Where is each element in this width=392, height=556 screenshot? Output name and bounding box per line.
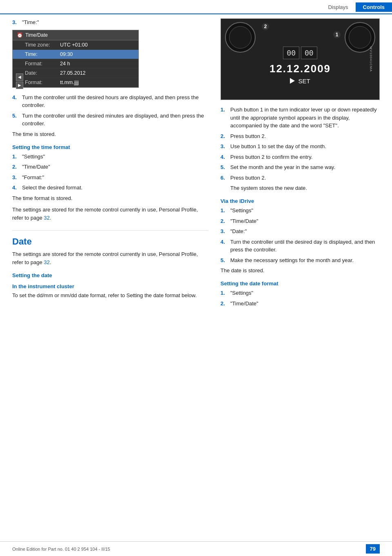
page-footer: Online Edition for Part no. 01 40 2 954 …	[0, 541, 392, 556]
df-step-2: 2. "Time/Date"	[220, 300, 380, 308]
main-content: 3. "Time:" ⏰ Time/Date ◀ ▶ Time zone: UT…	[0, 14, 392, 318]
system-stores-text: The system stores the new date.	[220, 184, 380, 192]
idrive-step-1-text: "Settings"	[230, 207, 380, 215]
menu-row-date: Date: 27.05.2012	[13, 69, 138, 78]
r-step-6-text: Press button 2.	[230, 174, 380, 182]
menu-title: ⏰ Time/Date	[13, 30, 138, 40]
r-step-6: 6. Press button 2.	[220, 174, 380, 182]
tf-step-3-text: "Format:"	[22, 173, 208, 182]
r-step-3: 3. Use button 1 to set the day of the mo…	[220, 142, 380, 151]
footer-text: Online Edition for Part no. 01 40 2 954 …	[12, 547, 110, 552]
tf-step-1-num: 1.	[12, 153, 20, 161]
menu-arrows: ◀ ▶	[16, 73, 23, 89]
tf-settings-link[interactable]: 32	[44, 215, 49, 221]
idrive-step-4-num: 4.	[220, 238, 228, 254]
idrive-step-5-text: Make the necessary settings for the mont…	[230, 256, 380, 265]
idrive-step-5: 5. Make the necessary settings for the m…	[220, 256, 380, 265]
header-tabs: Displays Controls	[321, 2, 392, 12]
idrive-step-2-text: "Time/Date"	[230, 217, 380, 225]
idrive-heading: Via the iDrive	[220, 198, 380, 204]
setting-date-heading: Setting the date	[12, 272, 208, 278]
format1-value: 24 h	[60, 61, 70, 67]
r-step-3-text: Use button 1 to set the day of the month…	[230, 142, 380, 151]
step-5: 5. Turn the controller until the desired…	[12, 112, 208, 128]
menu-row-timezone: Time zone: UTC +01:00	[13, 40, 138, 50]
tf-step-4: 4. Select the desired format.	[12, 184, 208, 192]
menu-row-format2: Format: tt.mm.jjjj	[13, 78, 138, 87]
button-2-indicator: 2	[262, 23, 269, 30]
step-4: 4. Turn the controller until the desired…	[12, 93, 208, 109]
step-5-text: Turn the controller until the desired mi…	[22, 112, 208, 128]
time-format-heading: Setting the time format	[12, 144, 208, 150]
r-step-2: 2. Press button 2.	[220, 132, 380, 140]
time-stored-text: The time is stored.	[12, 130, 208, 138]
tab-displays[interactable]: Displays	[321, 2, 355, 12]
step-3-time: 3. "Time:"	[12, 18, 208, 27]
tf-stored-text: The time format is stored.	[12, 194, 208, 202]
time-date-menu: ⏰ Time/Date ◀ ▶ Time zone: UTC +01:00 Ti…	[12, 30, 139, 88]
tab-controls[interactable]: Controls	[356, 2, 392, 12]
tf-step-2-num: 2.	[12, 163, 20, 171]
step-5-number: 5.	[12, 112, 20, 128]
clock-icon: ⏰	[17, 32, 23, 38]
step-4-text: Turn the controller until the desired ho…	[22, 93, 208, 109]
format1-label: Format:	[25, 61, 58, 67]
arrow-right[interactable]: ▶	[16, 82, 23, 89]
df-step-1-text: "Settings"	[230, 289, 380, 297]
instrument-set-display: SET	[290, 78, 310, 85]
r-step-1-num: 1.	[220, 106, 228, 130]
df-step-2-num: 2.	[220, 300, 228, 308]
idrive-step-4-text: Turn the controller until the desired da…	[230, 238, 380, 254]
r-step-5-num: 5.	[220, 163, 228, 171]
tf-step-4-text: Select the desired format.	[22, 184, 208, 192]
tf-step-4-num: 4.	[12, 184, 20, 192]
idrive-step-5-num: 5.	[220, 256, 228, 265]
date-stored-text: The date is stored.	[220, 267, 380, 275]
tf-step-1: 1. "Settings"	[12, 153, 208, 161]
left-column: 3. "Time:" ⏰ Time/Date ◀ ▶ Time zone: UT…	[12, 18, 208, 310]
idrive-step-2: 2. "Time/Date"	[220, 217, 380, 225]
date-label: Date:	[25, 70, 58, 76]
format2-label: Format:	[25, 80, 58, 85]
r-step-2-num: 2.	[220, 132, 228, 140]
in-instrument-cluster-heading: In the instrument cluster	[12, 283, 208, 289]
idrive-step-4: 4. Turn the controller until the desired…	[220, 238, 380, 254]
tf-step-3-num: 3.	[12, 173, 20, 182]
time-label: Time:	[25, 51, 58, 57]
date-link[interactable]: 32	[44, 259, 49, 265]
timezone-value: UTC +01:00	[60, 42, 88, 48]
right-column: 2 1 00 00 12.12.2009 SET MV10041CMA 1.	[220, 18, 380, 310]
r-step-4-text: Press button 2 to confirm the entry.	[230, 153, 380, 161]
r-step-1: 1. Push button 1 in the turn indicator l…	[220, 106, 380, 130]
idrive-step-3: 3. "Date:"	[220, 227, 380, 236]
set-text: SET	[298, 78, 310, 85]
step-3-number: 3.	[12, 18, 20, 27]
menu-row-time: Time: 09:30	[13, 50, 138, 59]
menu-row-format1: Format: 24 h	[13, 59, 138, 69]
instrument-cluster-image: 2 1 00 00 12.12.2009 SET MV10041CMA	[220, 18, 380, 100]
date-note: The settings are stored for the remote c…	[12, 250, 208, 267]
tf-step-2-text: "Time/Date"	[22, 163, 208, 171]
instrument-text: To set the dd/mm or mm/dd date format, r…	[12, 291, 208, 300]
set-triangle-icon	[290, 78, 295, 84]
tf-step-1-text: "Settings"	[22, 153, 208, 161]
r-step-6-num: 6.	[220, 174, 228, 182]
format2-value: tt.mm.jjjj	[60, 80, 79, 85]
r-step-4-num: 4.	[220, 153, 228, 161]
date-heading: Date	[12, 230, 208, 247]
r-step-3-num: 3.	[220, 142, 228, 151]
step-4-number: 4.	[12, 93, 20, 109]
timezone-label: Time zone:	[25, 42, 58, 48]
instrument-date-display: 12.12.2009	[270, 62, 331, 75]
time-value: 09:30	[60, 51, 73, 57]
step-3-text: "Time:"	[22, 18, 208, 27]
date-format-heading: Setting the date format	[220, 280, 380, 287]
arrow-left[interactable]: ◀	[16, 73, 23, 81]
tf-step-3: 3. "Format:"	[12, 173, 208, 182]
df-step-1: 1. "Settings"	[220, 289, 380, 297]
button-1-indicator: 1	[333, 31, 341, 38]
df-step-1-num: 1.	[220, 289, 228, 297]
tf-step-2: 2. "Time/Date"	[12, 163, 208, 171]
idrive-step-3-num: 3.	[220, 227, 228, 236]
df-step-2-text: "Time/Date"	[230, 300, 380, 308]
